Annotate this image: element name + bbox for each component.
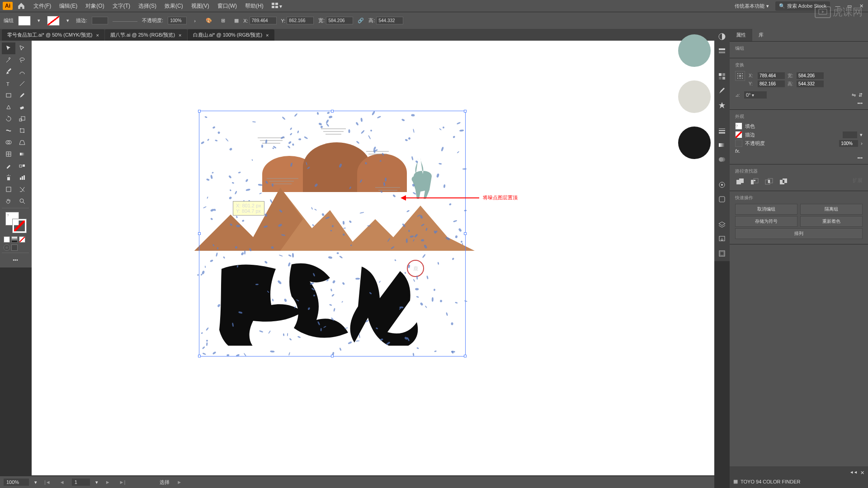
stroke-panel-icon[interactable] xyxy=(717,126,727,136)
swatch-teal[interactable] xyxy=(678,34,711,67)
free-transform-tool[interactable] xyxy=(15,125,29,136)
shaper-tool[interactable] xyxy=(2,101,15,113)
zoom-input[interactable] xyxy=(4,479,29,486)
x-input[interactable] xyxy=(250,17,277,24)
opacity-input[interactable] xyxy=(168,17,187,24)
more-options-icon[interactable]: ••• xyxy=(857,155,863,160)
prop-x-input[interactable] xyxy=(758,72,785,79)
gradient-panel-icon[interactable] xyxy=(717,140,727,150)
menu-file[interactable]: 文件(F) xyxy=(30,0,55,12)
hand-tool[interactable] xyxy=(2,195,15,207)
save-symbol-button[interactable]: 存储为符号 xyxy=(735,216,797,227)
swatch-beige[interactable] xyxy=(678,80,711,113)
mesh-tool[interactable] xyxy=(2,148,15,160)
last-artboard-icon[interactable]: ►| xyxy=(118,479,127,485)
transform-icon[interactable]: ▦ xyxy=(234,18,239,23)
layers-panel-icon[interactable] xyxy=(717,220,727,230)
next-artboard-icon[interactable]: ► xyxy=(104,479,112,485)
direct-selection-tool[interactable] xyxy=(15,42,29,54)
curvature-tool[interactable] xyxy=(15,66,29,78)
artboard-input[interactable] xyxy=(72,479,90,486)
panel-collapse-icon[interactable]: ◄◄ xyxy=(849,470,858,476)
type-tool[interactable]: T xyxy=(2,78,15,89)
workspace-selector[interactable]: 传统基本功能 ▾ xyxy=(732,2,772,10)
symbols-panel-icon[interactable] xyxy=(717,100,727,110)
close-tab-icon[interactable]: × xyxy=(179,33,181,38)
asset-export-icon[interactable] xyxy=(717,234,727,244)
ungroup-button[interactable]: 取消编组 xyxy=(735,204,797,215)
tab-doc-2[interactable]: 腊八节.ai @ 25% (RGB/预览)× xyxy=(105,29,187,41)
panel-close-icon[interactable]: ✕ xyxy=(860,470,864,476)
more-options-icon[interactable]: ••• xyxy=(857,100,863,106)
draw-mode-icon[interactable] xyxy=(4,244,10,251)
pen-tool[interactable] xyxy=(2,66,15,78)
color-mode-gradient[interactable] xyxy=(11,236,18,243)
pathfinder-exclude-icon[interactable] xyxy=(778,177,788,187)
flip-v-icon[interactable]: ⇵ xyxy=(859,92,863,98)
recolor-icon[interactable]: 🎨 xyxy=(206,18,212,23)
pathfinder-minus-icon[interactable] xyxy=(750,177,760,187)
fill-swatch[interactable] xyxy=(18,16,31,26)
gradient-tool[interactable] xyxy=(15,148,29,160)
menu-arrange-docs[interactable]: ▾ xyxy=(268,1,286,11)
stroke-color-swatch[interactable] xyxy=(735,131,742,138)
stroke-weight-input[interactable] xyxy=(843,131,857,138)
tab-libraries[interactable]: 库 xyxy=(752,29,770,41)
arrange-button[interactable]: 排列 xyxy=(735,228,863,239)
column-graph-tool[interactable] xyxy=(15,172,29,183)
menu-view[interactable]: 视图(V) xyxy=(188,0,213,12)
width-tool[interactable] xyxy=(2,125,15,136)
line-tool[interactable] xyxy=(15,78,29,89)
eraser-tool[interactable] xyxy=(15,101,29,113)
stroke-swatch[interactable] xyxy=(47,16,60,26)
rectangle-tool[interactable] xyxy=(2,89,15,101)
graphic-styles-icon[interactable] xyxy=(717,194,727,204)
artboards-panel-icon[interactable] xyxy=(717,249,727,258)
color-mode-solid[interactable] xyxy=(4,236,10,243)
rotate-input[interactable]: 0° ▾ xyxy=(744,91,767,99)
tab-doc-3[interactable]: 白鹿山.ai* @ 100% (RGB/预览)× xyxy=(188,29,274,41)
slice-tool[interactable] xyxy=(15,183,29,195)
blend-tool[interactable] xyxy=(15,160,29,172)
pathfinder-intersect-icon[interactable] xyxy=(764,177,774,187)
first-artboard-icon[interactable]: |◄ xyxy=(42,479,52,485)
appearance-panel-icon[interactable] xyxy=(717,180,727,190)
transparency-panel-icon[interactable] xyxy=(717,155,727,164)
reference-point-icon[interactable] xyxy=(735,71,745,81)
menu-window[interactable]: 窗口(W) xyxy=(214,0,241,12)
link-wh-icon[interactable]: 🔗 xyxy=(358,18,364,23)
tab-properties[interactable]: 属性 xyxy=(730,29,752,41)
y-input[interactable] xyxy=(287,17,314,24)
menu-type[interactable]: 文字(T) xyxy=(109,0,134,12)
swatches-panel-icon[interactable] xyxy=(717,71,727,81)
opacity-input[interactable] xyxy=(839,140,858,147)
prev-artboard-icon[interactable]: ◄ xyxy=(58,479,66,485)
prop-y-input[interactable] xyxy=(758,80,785,87)
magic-wand-tool[interactable] xyxy=(2,54,15,66)
scale-tool[interactable] xyxy=(15,113,29,125)
selection-tool[interactable] xyxy=(2,42,15,54)
w-input[interactable] xyxy=(326,17,353,24)
align-icon[interactable]: ⊞ xyxy=(221,18,225,23)
expand-button[interactable]: 扩展 xyxy=(853,177,863,187)
symbol-sprayer-tool[interactable] xyxy=(2,172,15,183)
menu-select[interactable]: 选择(S) xyxy=(135,0,160,12)
swatch-black[interactable] xyxy=(678,127,711,159)
menu-object[interactable]: 对象(O) xyxy=(82,0,108,12)
color-panel-icon[interactable] xyxy=(717,32,727,42)
prop-w-input[interactable] xyxy=(797,72,824,79)
home-icon[interactable] xyxy=(17,2,25,10)
menu-edit[interactable]: 编辑(E) xyxy=(56,0,81,12)
color-guide-icon[interactable] xyxy=(717,46,727,56)
fill-color-swatch[interactable]: ? xyxy=(735,122,742,130)
close-tab-icon[interactable]: × xyxy=(266,33,269,38)
zoom-tool[interactable] xyxy=(15,195,29,207)
menu-effect[interactable]: 效果(C) xyxy=(161,0,187,12)
rotate-tool[interactable] xyxy=(2,113,15,125)
recolor-button[interactable]: 重新着色 xyxy=(800,216,863,227)
screen-mode-icon[interactable] xyxy=(11,244,18,251)
eyedropper-tool[interactable] xyxy=(2,160,15,172)
lasso-tool[interactable] xyxy=(15,54,29,66)
color-mode-none[interactable] xyxy=(19,236,25,243)
flip-h-icon[interactable]: ⇋ xyxy=(852,92,856,98)
